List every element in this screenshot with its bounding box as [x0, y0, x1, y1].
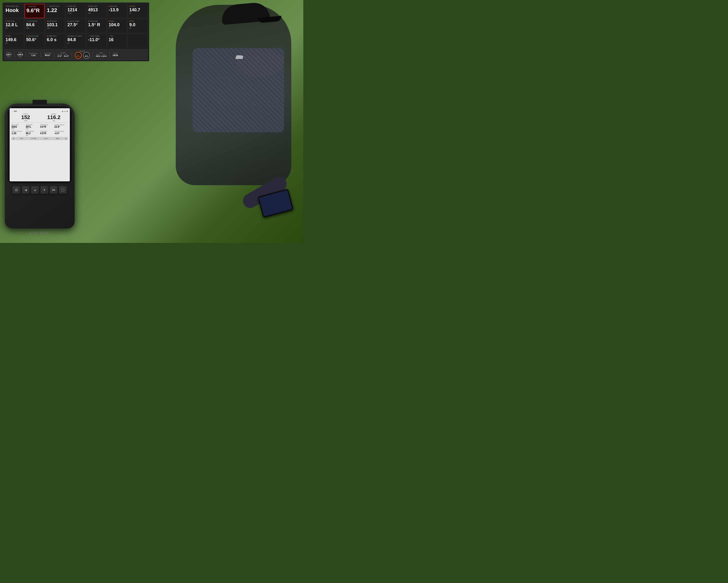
device-smash-factor: SMASH FACTOR 1.29 — [11, 131, 25, 136]
divider — [72, 52, 72, 57]
stat-angles: Angles Launch 27.5° Side R1.5° — [57, 52, 69, 57]
golfer-area — [135, 0, 303, 243]
device-screen: ← RH ◉ ▲ ◉ CARRY 152 Yards SPEED — [10, 108, 70, 182]
metric-flight-time[interactable]: ● Flight Time 6.0 s — [45, 34, 65, 48]
nike-logo — [235, 55, 244, 59]
device-main-metrics: CARRY 152 Yards SPEED 116.2 mph — [11, 113, 68, 123]
metric-side-total[interactable]: ● Side Total 12.8 L yd — [4, 19, 24, 33]
metric-apex[interactable]: ● Apex 104.0 ft — [107, 19, 127, 33]
device-top-bump — [32, 100, 47, 105]
device-nav: ◉ DATA PUTTING ALIGN MENU ◉ — [11, 137, 68, 140]
metric-ball-speed[interactable]: ● Ball Speed 103.1 mph — [45, 19, 65, 33]
metric-descent-angle[interactable]: ● Descent Angle 50.6° — [25, 34, 45, 48]
metric-launch-angle[interactable]: ● Launch Angle 27.5° — [66, 19, 86, 33]
metric-distance-to-apex[interactable]: ● Distance To Apex 84.8 yd — [66, 34, 86, 48]
device-speed: SPEED 116.2 mph — [40, 113, 68, 121]
device-sub-metrics-1: BACK SPIN 8293 RPM SIDE SPIN 807L RPM SI… — [11, 124, 68, 130]
stat-speed: Speed Ball 103.1 Club 84.6 — [75, 50, 90, 59]
metric-no[interactable]: ✓ No 16 — [107, 34, 127, 48]
stat-smash: Smash Fac. 1.22 — [29, 52, 38, 57]
device-launch-angle: LAUNCH ANGLE 23.8° — [54, 124, 68, 130]
metric-ball-flight[interactable]: ● Ball Flight Type Hook — [4, 4, 24, 18]
nav-icon-right[interactable]: ◉ — [64, 137, 68, 140]
device-attack-angle: ATTACK ANGLE -4.4° — [54, 131, 68, 136]
stat-total: Total 149.6 yard — [18, 52, 23, 57]
down-button[interactable]: ▼ — [41, 186, 48, 194]
stat-spin: Spin Back 4913 Side L1214 — [96, 52, 106, 57]
eyemini-device: ← RH ◉ ▲ ◉ CARRY 152 Yards SPEED — [5, 104, 75, 238]
nav-icon-left[interactable]: ◉ — [11, 137, 16, 140]
stat-carry: Carry 140.7 yard — [6, 52, 11, 57]
device-header: ← RH ◉ ▲ ◉ — [11, 110, 68, 112]
metric-total[interactable]: ● Total 149.6 yd — [4, 34, 24, 48]
data-panel: ● Ball Flight Type Hook ✓ Club Path 9.6°… — [2, 2, 149, 61]
metric-side-spin[interactable]: ● Side Spin 1214 L rpm — [66, 4, 86, 18]
metric-back-spin[interactable]: ● Back Spin 4913 rpm — [86, 4, 107, 18]
metric-club-path[interactable]: ✓ Club Path 9.6°R — [25, 4, 45, 18]
metrics-row-1: ● Ball Flight Type Hook ✓ Club Path 9.6°… — [4, 4, 148, 18]
device-carry: CARRY 152 Yards — [11, 113, 40, 121]
device-side-angle: SIDE ANGLE 4.0°R — [40, 124, 54, 130]
nav-menu[interactable]: MENU — [52, 137, 63, 140]
stat-count: Count 16/16 — [112, 52, 118, 57]
profile-button[interactable]: ◯ — [59, 186, 67, 194]
up-button[interactable]: ▲ — [31, 186, 39, 194]
ball-speed-circle: Ball 103.1 — [75, 52, 82, 59]
metric-attack-angle[interactable]: ✓ Attack Angle -11.0° — [86, 34, 107, 48]
device-club-speed: CLUB SPEED 90.2 mph — [26, 131, 39, 136]
metrics-row-3: ● Total 149.6 yd ● Descent Angle 50.6° ●… — [4, 34, 148, 48]
device-side-spin: SIDE SPIN 807L RPM — [26, 124, 39, 130]
metric-smash-factor[interactable]: ✓ Smash Factor 1.22 — [45, 4, 65, 18]
metric-spin-axis[interactable]: ● Spin Axis -13.9 — [107, 4, 127, 18]
stats-bar: Carry 140.7 yard Total 149.6 yard Smash … — [4, 49, 148, 60]
nav-putting[interactable]: PUTTING — [28, 137, 40, 140]
golfer-shirt — [192, 48, 284, 132]
device-body: ← RH ◉ ▲ ◉ CARRY 152 Yards SPEED — [5, 104, 75, 228]
device-sub-metrics-2: SMASH FACTOR 1.29 CLUB SPEED 90.2 mph CL… — [11, 131, 68, 136]
divider — [93, 52, 93, 57]
nav-align[interactable]: ALIGN — [40, 137, 52, 140]
divider — [41, 52, 41, 57]
divider — [54, 52, 54, 57]
stat-club-path: Club Path R9.6° — [44, 52, 51, 57]
nav-data[interactable]: DATA — [16, 137, 27, 140]
device-screen-bezel: ← RH ◉ ▲ ◉ CARRY 152 Yards SPEED — [8, 106, 72, 183]
device-club-path: CLUB PATH 4.9°R — [40, 131, 54, 136]
power-button[interactable]: ⏻ — [12, 186, 21, 194]
metric-club-speed[interactable]: ✓ Club Speed 84.6 mph — [25, 19, 45, 33]
device-back-spin: BACK SPIN 8293 RPM — [11, 124, 25, 130]
device-brand-label: EYE MINI — [5, 231, 75, 235]
metric-side-angle[interactable]: ● Side Angle 1.5° R — [86, 19, 107, 33]
device-buttons: ⏻ ◀ ▲ ▼ OK ◯ — [8, 186, 72, 194]
club-speed-circle: Club 84.6 — [83, 52, 90, 59]
divider — [26, 52, 26, 57]
left-button[interactable]: ◀ — [22, 186, 30, 194]
ok-button[interactable]: OK — [50, 186, 58, 194]
metrics-row-2: ● Side Total 12.8 L yd ✓ Club Speed 84.6… — [4, 19, 148, 33]
